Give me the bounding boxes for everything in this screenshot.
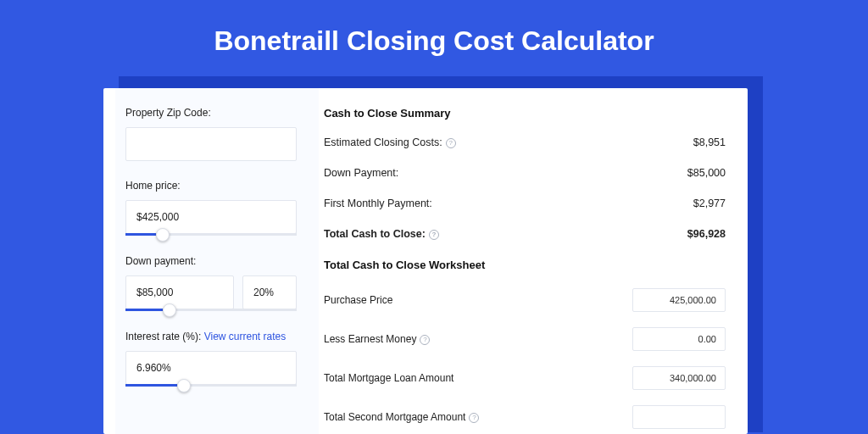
help-icon[interactable]: ?: [446, 138, 456, 148]
worksheet-panel: Total Cash to Close Worksheet Purchase P…: [324, 259, 726, 429]
summary-total-value: $96,928: [687, 228, 726, 240]
down-payment-input[interactable]: [125, 275, 234, 309]
summary-row-value: $2,977: [693, 198, 726, 209]
slider-thumb-icon[interactable]: [163, 303, 176, 317]
home-price-input[interactable]: [125, 200, 297, 234]
down-payment-group: Down payment:: [125, 255, 297, 312]
worksheet-row-input[interactable]: [632, 327, 726, 351]
zip-input[interactable]: [125, 127, 297, 161]
worksheet-label-text: Total Second Mortgage Amount: [324, 411, 465, 423]
down-payment-slider[interactable]: [125, 309, 297, 311]
summary-total-label: Total Cash to Close:?: [324, 228, 439, 240]
help-icon[interactable]: ?: [469, 413, 479, 423]
summary-row-label: Down Payment:: [324, 167, 398, 179]
summary-panel: Cash to Close Summary Estimated Closing …: [319, 107, 726, 434]
interest-slider[interactable]: [125, 384, 297, 387]
help-icon[interactable]: ?: [420, 335, 430, 345]
help-icon[interactable]: ?: [429, 230, 439, 240]
summary-row-label: First Monthly Payment:: [324, 198, 432, 209]
summary-total-row: Total Cash to Close:? $96,928: [324, 228, 726, 240]
worksheet-row: Total Second Mortgage Amount?: [324, 405, 726, 429]
home-price-group: Home price:: [125, 180, 297, 236]
interest-input[interactable]: [125, 351, 297, 385]
worksheet-row: Total Mortgage Loan Amount: [324, 366, 726, 390]
worksheet-row-label: Purchase Price: [324, 294, 392, 306]
worksheet-row-label: Total Mortgage Loan Amount: [324, 372, 453, 384]
worksheet-row-input[interactable]: [632, 405, 726, 429]
summary-row: Down Payment: $85,000: [324, 167, 726, 179]
summary-title: Cash to Close Summary: [324, 107, 726, 120]
calculator-card: Property Zip Code: Home price: Down paym…: [103, 88, 748, 434]
page-title: Bonetraill Closing Cost Calculator: [0, 0, 868, 77]
down-payment-pct-input[interactable]: [242, 275, 297, 309]
worksheet-row-input[interactable]: [632, 288, 726, 312]
down-payment-label: Down payment:: [125, 255, 297, 267]
worksheet-row-label: Total Second Mortgage Amount?: [324, 411, 479, 423]
interest-group: Interest rate (%): View current rates: [125, 331, 297, 387]
worksheet-title: Total Cash to Close Worksheet: [324, 259, 726, 271]
slider-thumb-icon[interactable]: [156, 228, 170, 242]
interest-label-text: Interest rate (%):: [125, 331, 204, 342]
summary-row-label: Estimated Closing Costs:?: [324, 136, 456, 148]
home-price-label: Home price:: [125, 180, 297, 192]
inputs-panel: Property Zip Code: Home price: Down paym…: [115, 88, 319, 434]
worksheet-row: Less Earnest Money?: [324, 327, 726, 351]
slider-thumb-icon[interactable]: [177, 379, 191, 392]
interest-label: Interest rate (%): View current rates: [125, 331, 297, 342]
worksheet-label-text: Less Earnest Money: [324, 333, 416, 345]
view-rates-link[interactable]: View current rates: [204, 331, 287, 342]
summary-row-value: $8,951: [693, 136, 726, 148]
summary-total-label-text: Total Cash to Close:: [324, 228, 426, 240]
summary-row: First Monthly Payment: $2,977: [324, 198, 726, 209]
zip-label: Property Zip Code:: [125, 107, 297, 119]
summary-row: Estimated Closing Costs:? $8,951: [324, 136, 726, 148]
worksheet-row-label: Less Earnest Money?: [324, 333, 430, 345]
summary-row-value: $85,000: [687, 167, 726, 179]
worksheet-row-input[interactable]: [632, 366, 726, 390]
worksheet-row: Purchase Price: [324, 288, 726, 312]
home-price-slider[interactable]: [125, 233, 297, 236]
summary-label-text: Estimated Closing Costs:: [324, 136, 442, 148]
zip-group: Property Zip Code:: [125, 107, 297, 161]
